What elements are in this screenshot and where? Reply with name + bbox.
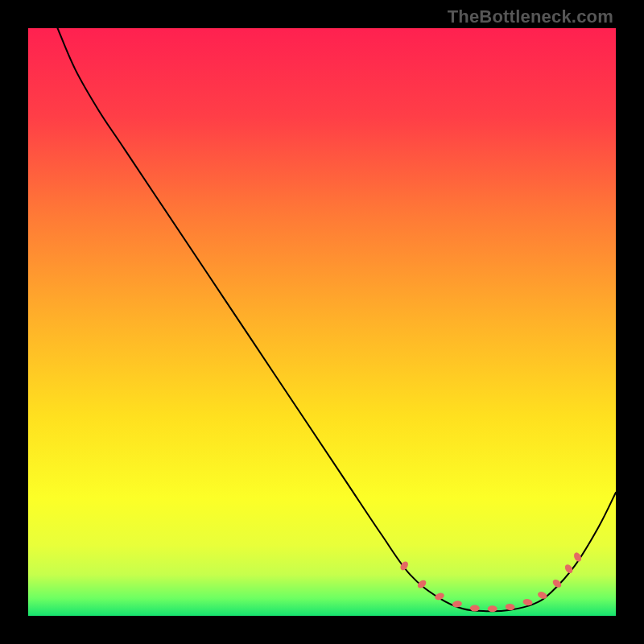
marker-dot [470,605,480,612]
plot-area [28,28,616,616]
watermark-text: TheBottleneck.com [448,6,613,27]
marker-dot [488,605,497,612]
chart-svg [28,28,616,616]
gradient-background [28,28,616,616]
outer-frame: TheBottleneck.com [0,0,644,644]
